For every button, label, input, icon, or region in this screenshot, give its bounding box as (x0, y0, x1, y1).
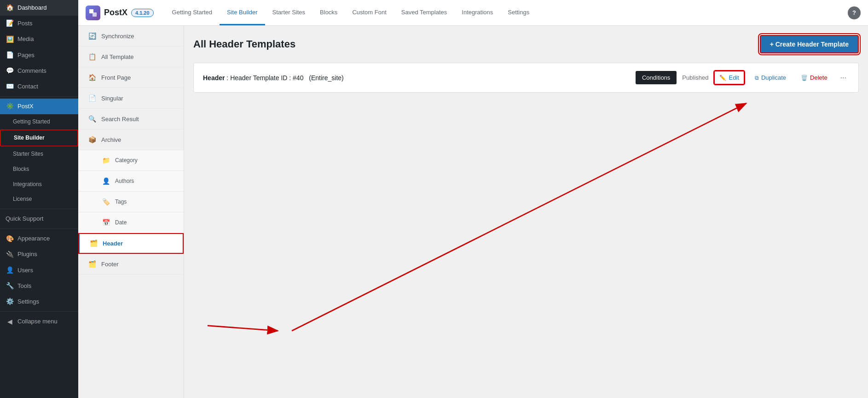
more-options-button[interactable]: ··· (838, 71, 849, 85)
users-icon: 👤 (6, 266, 14, 275)
plugin-sidebar-front-page[interactable]: 🏠 Front Page (78, 67, 184, 88)
sidebar-item-label: Dashboard (17, 4, 47, 12)
sidebar-item-users[interactable]: 👤 Users (0, 263, 78, 278)
sidebar-sub-label: License (13, 195, 32, 203)
plugin-sidebar-search-result[interactable]: 🔍 Search Result (78, 109, 184, 129)
svg-line-3 (208, 326, 278, 331)
settings-icon: ⚙️ (6, 298, 14, 306)
duplicate-button[interactable]: ⧉ Duplicate (750, 71, 791, 84)
sidebar-item-site-builder[interactable]: Site Builder (0, 129, 78, 146)
plugin-sidebar-label: Authors (115, 178, 134, 184)
sidebar-sub-label: Site Builder (14, 134, 45, 142)
authors-icon: 👤 (101, 176, 110, 186)
sidebar-item-dashboard[interactable]: 🏠 Dashboard (0, 0, 78, 16)
sidebar-item-blocks[interactable]: Blocks (0, 162, 78, 177)
brand-logo (86, 6, 100, 20)
plugin-sidebar-label: Tags (115, 199, 127, 205)
tab-starter-sites[interactable]: Starter Sites (265, 0, 313, 25)
tab-saved-templates[interactable]: Saved Templates (394, 0, 455, 25)
divider (0, 96, 78, 97)
sidebar-item-label: PostX (17, 102, 34, 111)
plugin-sidebar-category[interactable]: 📁 Category (78, 150, 184, 171)
tab-getting-started[interactable]: Getting Started (165, 0, 220, 25)
sidebar-item-integrations[interactable]: Integrations (0, 177, 78, 192)
svg-rect-1 (93, 12, 97, 17)
tags-icon: 🏷️ (101, 197, 110, 206)
body-area: 🔄 Synchronize 📋 All Template 🏠 Front Pag… (78, 26, 868, 398)
template-separator: : (226, 74, 230, 82)
top-navigation: PostX 4.1.20 Getting Started Site Builde… (78, 0, 868, 26)
edit-button[interactable]: ✏️ Edit (714, 70, 744, 85)
duplicate-icon: ⧉ (755, 75, 759, 81)
plugin-sidebar-label: All Template (101, 53, 134, 60)
sidebar-item-tools[interactable]: 🔧 Tools (0, 278, 78, 294)
sidebar-item-label: Collapse menu (17, 317, 58, 326)
svg-line-4 (292, 103, 746, 331)
sidebar-item-starter-sites[interactable]: Starter Sites (0, 146, 78, 162)
plugin-sidebar-footer[interactable]: 🗂️ Footer (78, 254, 184, 275)
plugin-sidebar: 🔄 Synchronize 📋 All Template 🏠 Front Pag… (78, 26, 184, 398)
edit-label: Edit (729, 74, 739, 81)
plugin-sidebar-archive[interactable]: 📦 Archive (78, 129, 184, 150)
tab-site-builder[interactable]: Site Builder (220, 0, 265, 25)
create-header-template-button[interactable]: + Create Header Template (760, 35, 859, 53)
help-button[interactable]: ? (848, 6, 861, 19)
template-type: Header (203, 74, 225, 82)
sidebar-item-appearance[interactable]: 🎨 Appearance (0, 231, 78, 246)
sidebar-item-collapse[interactable]: ◀ Collapse menu (0, 314, 78, 329)
template-actions: Conditions Published ✏️ Edit ⧉ Duplicate… (636, 70, 849, 85)
sidebar-item-settings[interactable]: ⚙️ Settings (0, 294, 78, 310)
plugin-sidebar-tags[interactable]: 🏷️ Tags (78, 192, 184, 212)
sidebar-item-label: Plugins (17, 250, 37, 258)
sidebar-item-media[interactable]: 🖼️ Media (0, 31, 78, 47)
sidebar-item-posts[interactable]: 📝 Posts (0, 16, 78, 31)
plugin-sidebar-singular[interactable]: 📄 Singular (78, 88, 184, 109)
sidebar-item-getting-started[interactable]: Getting Started (0, 114, 78, 129)
sidebar-sub-label: Integrations (13, 181, 42, 188)
template-card: Header : Header Template ID : #40 (Entir… (193, 63, 859, 93)
posts-icon: 📝 (6, 19, 14, 28)
sidebar-item-label: Comments (17, 67, 46, 75)
conditions-button[interactable]: Conditions (636, 71, 677, 84)
sidebar-item-license[interactable]: License (0, 192, 78, 207)
delete-label: Delete (810, 74, 827, 81)
pages-icon: 📄 (6, 51, 14, 59)
postx-icon: ✳️ (6, 102, 14, 111)
synchronize-icon: 🔄 (87, 31, 97, 41)
sidebar-item-postx[interactable]: ✳️ PostX (0, 99, 78, 114)
tab-custom-font[interactable]: Custom Font (345, 0, 393, 25)
search-result-icon: 🔍 (87, 114, 97, 123)
tab-blocks[interactable]: Blocks (312, 0, 345, 25)
template-detail: Header Template ID : #40 (230, 74, 303, 82)
collapse-icon: ◀ (6, 317, 14, 326)
main-content: PostX 4.1.20 Getting Started Site Builde… (78, 0, 868, 398)
plugin-sidebar-authors[interactable]: 👤 Authors (78, 171, 184, 192)
plugins-icon: 🔌 (6, 251, 14, 259)
sidebar-item-label: Media (17, 35, 34, 43)
sidebar-item-pages[interactable]: 📄 Pages (0, 47, 78, 63)
page-title: All Header Templates (193, 38, 295, 50)
comments-icon: 💬 (6, 67, 14, 75)
sidebar-item-comments[interactable]: 💬 Comments (0, 63, 78, 79)
plugin-sidebar-header[interactable]: 🗂️ Header (78, 233, 184, 254)
sidebar-item-quick-support[interactable]: Quick Support (0, 211, 78, 227)
tab-integrations[interactable]: Integrations (454, 0, 500, 25)
sidebar-item-label: Posts (17, 19, 33, 28)
sidebar-item-contact[interactable]: ✉️ Contact (0, 79, 78, 94)
plugin-sidebar-label: Header (103, 240, 123, 247)
header-icon: 🗂️ (89, 239, 98, 248)
plugin-sidebar-date[interactable]: 📅 Date (78, 212, 184, 233)
divider2 (0, 209, 78, 209)
tab-settings[interactable]: Settings (500, 0, 537, 25)
plugin-sidebar-synchronize[interactable]: 🔄 Synchronize (78, 26, 184, 47)
date-icon: 📅 (101, 218, 110, 227)
delete-button[interactable]: 🗑️ Delete (796, 71, 832, 84)
content-panel: All Header Templates + Create Header Tem… (184, 26, 868, 398)
sidebar-sub-label: Starter Sites (13, 150, 43, 158)
archive-icon: 📦 (87, 135, 97, 144)
sidebar-item-label: Appearance (17, 234, 50, 243)
sidebar-item-plugins[interactable]: 🔌 Plugins (0, 246, 78, 262)
divider4 (0, 311, 78, 312)
plugin-sidebar-all-template[interactable]: 📋 All Template (78, 47, 184, 67)
category-icon: 📁 (101, 156, 110, 165)
